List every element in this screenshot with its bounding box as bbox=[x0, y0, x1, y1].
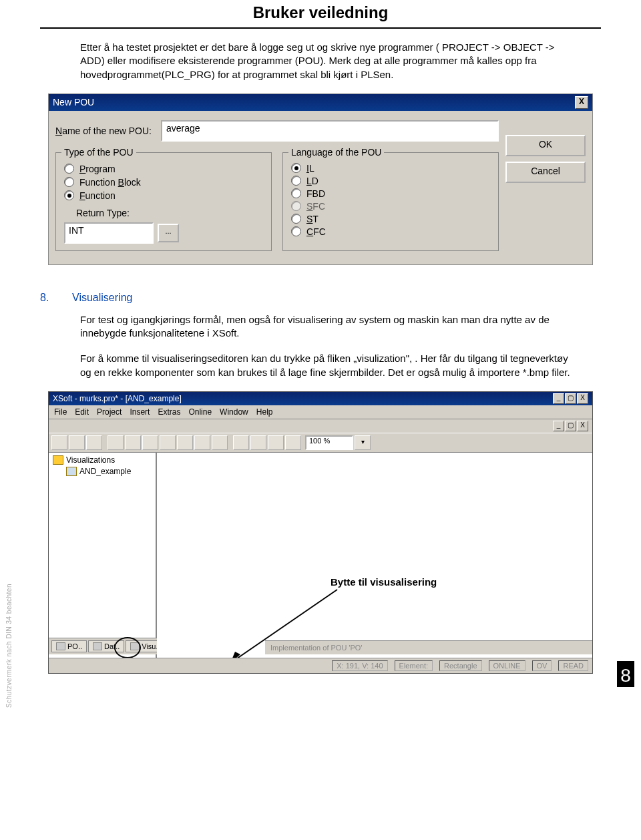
app-title: XSoft - murks.pro* - [AND_example] bbox=[53, 394, 182, 403]
toolbar-button[interactable] bbox=[268, 435, 284, 450]
zoom-input[interactable]: 100 % bbox=[305, 435, 353, 450]
toolbar-button[interactable] bbox=[86, 435, 102, 450]
return-type-input[interactable]: INT bbox=[64, 222, 154, 244]
annotation-circle bbox=[114, 637, 141, 658]
menu-online[interactable]: Online bbox=[188, 407, 212, 417]
toolbar-button[interactable] bbox=[233, 435, 249, 450]
toolbar-button[interactable] bbox=[250, 435, 266, 450]
tab-icon bbox=[93, 642, 102, 650]
section-p2: For å komme til visualiseringseditoren k… bbox=[80, 352, 581, 379]
radio-sfc: SFC bbox=[291, 201, 490, 212]
menubar: File Edit Project Insert Extras Online W… bbox=[49, 405, 592, 419]
toolbar-button[interactable] bbox=[194, 435, 210, 450]
side-note: Schutzvermerk nach DIN 34 beachten bbox=[5, 584, 13, 687]
radio-cfc[interactable]: CFC bbox=[291, 226, 490, 237]
tab-po[interactable]: PO.. bbox=[51, 640, 87, 652]
type-fieldset: Type of the POU Program Function Block F… bbox=[55, 152, 272, 251]
menu-edit[interactable]: Edit bbox=[75, 407, 89, 417]
page-number: 8 bbox=[617, 661, 634, 687]
toolbar: 100 % ▾ bbox=[49, 433, 592, 453]
section-heading: 8. Visualisering bbox=[40, 292, 601, 304]
minimize-icon[interactable]: _ bbox=[553, 393, 564, 404]
close-icon[interactable]: X bbox=[575, 96, 588, 109]
toolbar-button[interactable] bbox=[177, 435, 193, 450]
menu-project[interactable]: Project bbox=[97, 407, 122, 417]
annotation-note: Bytte til visusalisering bbox=[331, 576, 437, 588]
child-close-icon[interactable]: X bbox=[577, 421, 588, 431]
menu-file[interactable]: File bbox=[54, 407, 67, 417]
file-icon bbox=[66, 467, 77, 476]
name-label: Name of the new POU: bbox=[55, 126, 152, 136]
status-online: ONLINE bbox=[489, 660, 525, 671]
status-element: Element: bbox=[395, 660, 433, 671]
radio-function[interactable]: Function bbox=[64, 190, 263, 201]
language-fieldset: Language of the POU IL LD FBD SFC ST CFC bbox=[282, 152, 499, 251]
menu-insert[interactable]: Insert bbox=[130, 407, 150, 417]
browse-button[interactable]: ... bbox=[158, 224, 179, 242]
radio-ld[interactable]: LD bbox=[291, 176, 490, 186]
ok-button[interactable]: OK bbox=[505, 135, 586, 156]
language-legend: Language of the POU bbox=[288, 147, 384, 158]
new-pou-dialog: New POU X Name of the new POU: average T… bbox=[48, 93, 593, 265]
menu-extras[interactable]: Extras bbox=[158, 407, 180, 417]
toolbar-button[interactable] bbox=[51, 435, 67, 450]
status-ov: OV bbox=[532, 660, 552, 671]
toolbar-button[interactable] bbox=[285, 435, 301, 450]
cancel-button[interactable]: Cancel bbox=[505, 162, 586, 183]
toolbar-button[interactable] bbox=[69, 435, 85, 450]
status-bar: X: 191, V: 140 Element: Rectangle ONLINE… bbox=[49, 658, 592, 673]
dialog-title: New POU bbox=[53, 97, 94, 108]
tree-root[interactable]: Visualizations bbox=[49, 453, 156, 466]
radio-il[interactable]: IL bbox=[291, 163, 490, 174]
folder-icon bbox=[53, 455, 63, 465]
status-coord: X: 191, V: 140 bbox=[332, 660, 387, 671]
tab-icon bbox=[56, 642, 65, 650]
radio-function-block[interactable]: Function Block bbox=[64, 177, 263, 188]
child-minimize-icon[interactable]: _ bbox=[553, 421, 564, 431]
child-maximize-icon[interactable]: ▢ bbox=[565, 421, 576, 431]
implementation-pane: Implementation of POU 'PO' bbox=[265, 640, 592, 654]
section-p1: For test og igangkjørings formål, men og… bbox=[80, 313, 581, 341]
canvas[interactable]: Bytte til visusalisering Implementation … bbox=[157, 453, 592, 673]
pou-name-input[interactable]: average bbox=[161, 120, 499, 142]
type-legend: Type of the POU bbox=[61, 147, 136, 158]
menu-window[interactable]: Window bbox=[220, 407, 248, 417]
return-type-label: Return Type: bbox=[76, 208, 263, 218]
toolbar-button[interactable] bbox=[142, 435, 158, 450]
toolbar-button[interactable] bbox=[160, 435, 176, 450]
page-title: Bruker veiledning bbox=[40, 3, 601, 29]
status-rect: Rectangle bbox=[439, 660, 482, 671]
status-read: READ bbox=[558, 660, 588, 671]
toolbar-button[interactable] bbox=[125, 435, 141, 450]
intro-paragraph: Etter å ha testet prosjektet er det bare… bbox=[80, 41, 581, 81]
toolbar-button[interactable] bbox=[212, 435, 228, 450]
close-icon[interactable]: X bbox=[577, 393, 588, 404]
radio-fbd[interactable]: FBD bbox=[291, 188, 490, 199]
tree-item[interactable]: AND_example bbox=[49, 466, 156, 477]
menu-help[interactable]: Help bbox=[256, 407, 273, 417]
radio-st[interactable]: ST bbox=[291, 214, 490, 224]
tree-panel: Visualizations AND_example PO.. Dat.. Vi… bbox=[49, 453, 157, 673]
radio-program[interactable]: Program bbox=[64, 164, 263, 174]
maximize-icon[interactable]: ▢ bbox=[565, 393, 576, 404]
zoom-dropdown-icon[interactable]: ▾ bbox=[355, 435, 371, 450]
toolbar-button[interactable] bbox=[108, 435, 124, 450]
xsoft-window: XSoft - murks.pro* - [AND_example] _ ▢ X… bbox=[48, 391, 593, 674]
